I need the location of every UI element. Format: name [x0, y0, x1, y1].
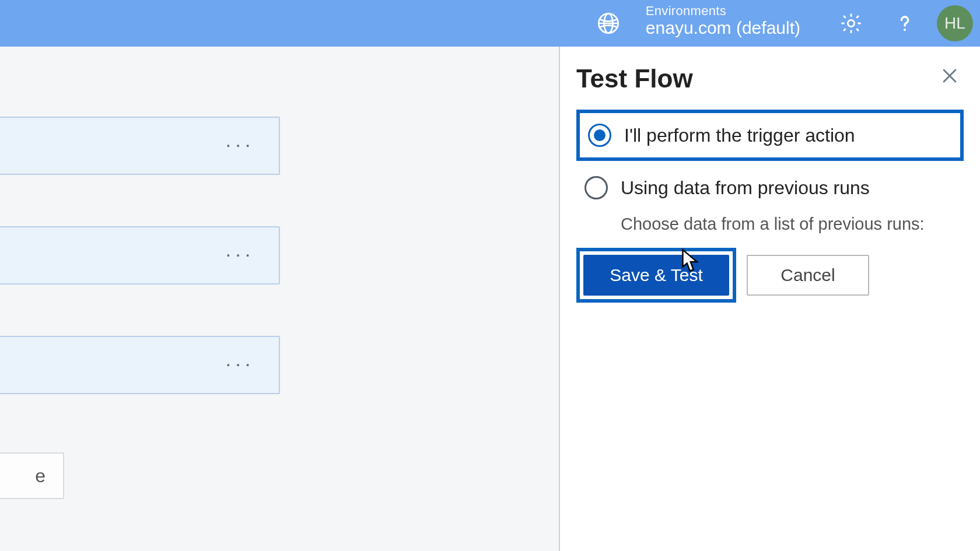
more-icon[interactable]: ··· — [226, 247, 256, 264]
environment-name: enayu.com (default) — [646, 18, 800, 38]
globe-icon — [597, 12, 620, 35]
test-flow-panel: Test Flow I'll perform the trigger actio… — [560, 47, 980, 551]
button-label: Cancel — [780, 265, 835, 285]
more-icon[interactable]: ··· — [226, 357, 256, 373]
avatar-initials: HL — [944, 14, 965, 33]
app-header: Environments enayu.com (default) HL — [0, 0, 980, 47]
panel-actions: Save & Test Cancel — [576, 248, 964, 303]
flow-step-card[interactable]: ··· — [0, 117, 280, 175]
flow-step-card[interactable]: ··· — [0, 336, 280, 394]
save-and-test-button[interactable]: Save & Test — [583, 255, 729, 296]
help-icon[interactable] — [894, 12, 916, 34]
option-label: I'll perform the trigger action — [624, 125, 855, 146]
avatar[interactable]: HL — [937, 5, 973, 41]
add-step-fragment: e — [35, 465, 46, 487]
option-label: Using data from previous runs — [621, 177, 870, 199]
flow-canvas: ··· ··· ··· e — [0, 47, 560, 551]
panel-title: Test Flow — [576, 64, 964, 93]
radio-icon — [584, 176, 608, 199]
test-mode-options: I'll perform the trigger action Using da… — [576, 110, 964, 234]
option-previous-runs[interactable]: Using data from previous runs — [576, 166, 964, 210]
save-test-highlight: Save & Test — [576, 248, 736, 303]
cancel-button[interactable]: Cancel — [747, 255, 869, 296]
add-step-card[interactable]: e — [0, 452, 64, 499]
svg-point-4 — [904, 29, 906, 31]
radio-icon — [588, 124, 611, 147]
more-icon[interactable]: ··· — [226, 138, 256, 154]
flow-step-card[interactable]: ··· — [0, 226, 280, 285]
gear-icon[interactable] — [839, 11, 863, 36]
environment-picker[interactable]: Environments enayu.com (default) — [582, 8, 800, 38]
close-icon[interactable] — [938, 64, 961, 87]
svg-point-3 — [848, 20, 854, 26]
button-label: Save & Test — [610, 265, 703, 285]
option-previous-subtext: Choose data from a list of previous runs… — [621, 215, 964, 234]
option-perform-trigger[interactable]: I'll perform the trigger action — [576, 110, 964, 161]
environment-label: Environments — [646, 3, 800, 18]
environment-text: Environments enayu.com (default) — [646, 8, 800, 38]
